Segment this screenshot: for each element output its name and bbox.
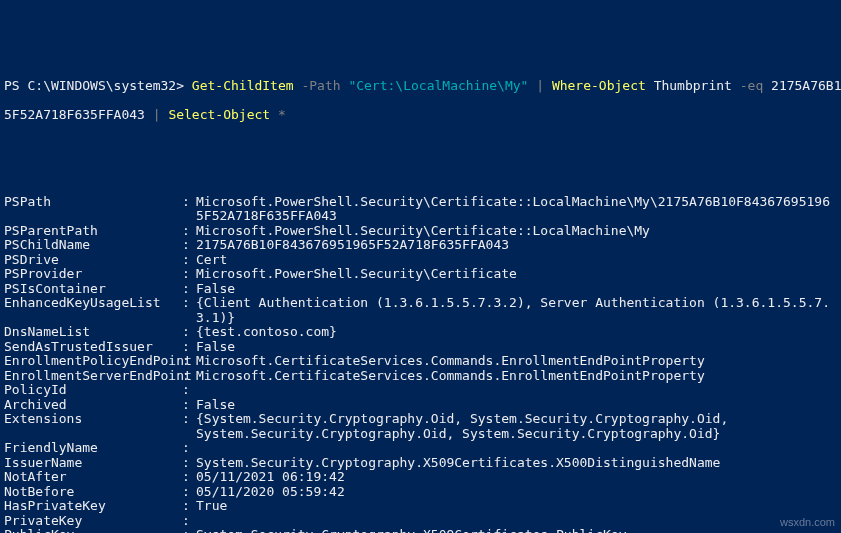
property-key: EnrollmentServerEndPoint <box>4 369 182 384</box>
property-sep: : <box>182 398 196 413</box>
property-sep: : <box>182 528 196 533</box>
property-sep: : <box>182 412 196 427</box>
wildcard: * <box>278 107 286 122</box>
property-sep: : <box>182 354 196 369</box>
property-key: PSChildName <box>4 238 182 253</box>
property-value: False <box>196 340 837 355</box>
property-value <box>196 383 837 398</box>
property-key: PSIsContainer <box>4 282 182 297</box>
property-key: Archived <box>4 398 182 413</box>
property-key: PolicyId <box>4 383 182 398</box>
property-value <box>196 514 837 529</box>
property-value: Cert <box>196 253 837 268</box>
property-value: Microsoft.PowerShell.Security\Certificat… <box>196 224 837 239</box>
property-row: HasPrivateKey: True <box>4 499 837 514</box>
property-key: PSProvider <box>4 267 182 282</box>
property-value <box>196 441 837 456</box>
property-key: PSParentPath <box>4 224 182 239</box>
property-value: Microsoft.CertificateServices.Commands.E… <box>196 354 837 369</box>
param-path: -Path <box>301 78 340 93</box>
cmdlet-get-childitem: Get-ChildItem <box>192 78 294 93</box>
property-row: EnrollmentPolicyEndPoint: Microsoft.Cert… <box>4 354 837 369</box>
property-sep: : <box>182 369 196 384</box>
property-key: PrivateKey <box>4 514 182 529</box>
property-value-cont: System.Security.Cryptography.Oid, System… <box>4 427 837 442</box>
property-value: Microsoft.CertificateServices.Commands.E… <box>196 369 837 384</box>
property-key: HasPrivateKey <box>4 499 182 514</box>
property-value: {Client Authentication (1.3.6.1.5.5.7.3.… <box>196 296 837 325</box>
command-line-2: 5F52A718F635FFA043 | Select-Object * <box>4 108 837 123</box>
property-sep: : <box>182 514 196 529</box>
property-row: PSParentPath: Microsoft.PowerShell.Secur… <box>4 224 837 239</box>
property-value: System.Security.Cryptography.X509Certifi… <box>196 456 837 471</box>
property-key: IssuerName <box>4 456 182 471</box>
property-value: Microsoft.PowerShell.Security\Certificat… <box>196 195 837 224</box>
property-value: False <box>196 398 837 413</box>
property-row: Archived: False <box>4 398 837 413</box>
property-sep: : <box>182 238 196 253</box>
watermark: wsxdn.com <box>780 515 835 530</box>
property-value: 05/11/2020 05:59:42 <box>196 485 837 500</box>
property-value: System.Security.Cryptography.X509Certifi… <box>196 528 837 533</box>
property-sep: : <box>182 224 196 239</box>
property-row: EnrollmentServerEndPoint: Microsoft.Cert… <box>4 369 837 384</box>
property-key: PSPath <box>4 195 182 224</box>
property-row: EnhancedKeyUsageList: {Client Authentica… <box>4 296 837 325</box>
property-sep: : <box>182 296 196 325</box>
thumbprint-value-1: 2175A76B10F84367695196 <box>771 78 841 93</box>
property-sep: : <box>182 485 196 500</box>
property-row: PrivateKey: <box>4 514 837 529</box>
property-row: Extensions: {System.Security.Cryptograph… <box>4 412 837 427</box>
property-sep: : <box>182 383 196 398</box>
cmdlet-where-object: Where-Object <box>552 78 646 93</box>
property-row: PSPath: Microsoft.PowerShell.Security\Ce… <box>4 195 837 224</box>
property-key: FriendlyName <box>4 441 182 456</box>
op-eq: -eq <box>740 78 763 93</box>
property-row: PolicyId: <box>4 383 837 398</box>
prop-thumbprint: Thumbprint <box>654 78 732 93</box>
property-key: NotBefore <box>4 485 182 500</box>
property-value: {System.Security.Cryptography.Oid, Syste… <box>196 412 837 427</box>
property-row: DnsNameList: {test.contoso.com} <box>4 325 837 340</box>
property-key: NotAfter <box>4 470 182 485</box>
property-value: Microsoft.PowerShell.Security\Certificat… <box>196 267 837 282</box>
terminal-output[interactable]: PS C:\WINDOWS\system32> Get-ChildItem -P… <box>4 64 837 533</box>
property-key: PSDrive <box>4 253 182 268</box>
property-value: {test.contoso.com} <box>196 325 837 340</box>
property-key: Extensions <box>4 412 182 427</box>
property-row: FriendlyName: <box>4 441 837 456</box>
property-sep: : <box>182 499 196 514</box>
property-key: PublicKey <box>4 528 182 533</box>
property-sep: : <box>182 282 196 297</box>
property-value: False <box>196 282 837 297</box>
property-row: PSChildName: 2175A76B10F843676951965F52A… <box>4 238 837 253</box>
arg-path: "Cert:\LocalMachine\My" <box>348 78 528 93</box>
property-row: PSProvider: Microsoft.PowerShell.Securit… <box>4 267 837 282</box>
property-sep: : <box>182 195 196 224</box>
property-sep: : <box>182 340 196 355</box>
property-sep: : <box>182 470 196 485</box>
pipe-2: | <box>153 107 161 122</box>
property-row: NotAfter: 05/11/2021 06:19:42 <box>4 470 837 485</box>
ps-prompt: PS C:\WINDOWS\system32> <box>4 78 184 93</box>
property-row: PSDrive: Cert <box>4 253 837 268</box>
property-key: DnsNameList <box>4 325 182 340</box>
property-row: PublicKey: System.Security.Cryptography.… <box>4 528 837 533</box>
property-value: 05/11/2021 06:19:42 <box>196 470 837 485</box>
cmdlet-select-object: Select-Object <box>168 107 270 122</box>
property-sep: : <box>182 441 196 456</box>
property-key: EnhancedKeyUsageList <box>4 296 182 325</box>
property-row: PSIsContainer: False <box>4 282 837 297</box>
thumbprint-value-2: 5F52A718F635FFA043 <box>4 107 145 122</box>
property-key: EnrollmentPolicyEndPoint <box>4 354 182 369</box>
command-line: PS C:\WINDOWS\system32> Get-ChildItem -P… <box>4 79 837 94</box>
property-list: PSPath: Microsoft.PowerShell.Security\Ce… <box>4 195 837 534</box>
property-sep: : <box>182 253 196 268</box>
property-value: 2175A76B10F843676951965F52A718F635FFA043 <box>196 238 837 253</box>
property-sep: : <box>182 456 196 471</box>
property-row: NotBefore: 05/11/2020 05:59:42 <box>4 485 837 500</box>
property-row: IssuerName: System.Security.Cryptography… <box>4 456 837 471</box>
property-sep: : <box>182 325 196 340</box>
property-value: True <box>196 499 837 514</box>
pipe-1: | <box>536 78 544 93</box>
